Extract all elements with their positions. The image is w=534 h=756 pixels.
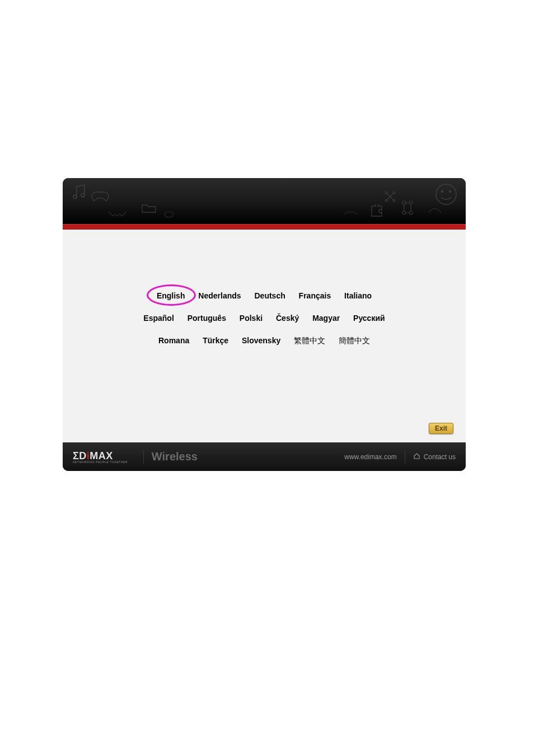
svg-point-9 [402,211,406,214]
molecule-icon [384,190,396,203]
footer-bar: ΣDiMAX NETWORKING PEOPLE TOGETHER Wirele… [63,442,466,471]
brand-logo: ΣDiMAX NETWORKING PEOPLE TOGETHER [73,450,128,464]
folder-icon [141,203,157,214]
language-label: Magyar [312,314,340,323]
mouse-icon [163,211,175,218]
home-icon [413,452,420,461]
language-espanol[interactable]: Español [143,314,174,323]
exit-button-label: Exit [435,424,447,432]
language-label: Nederlands [198,291,241,300]
language-selector: English Nederlands Deutsch Français Ital… [63,291,466,346]
language-label: Italiano [344,291,372,300]
language-row-1: English Nederlands Deutsch Français Ital… [63,291,466,300]
gamepad-icon [91,190,110,203]
language-turkce[interactable]: Türkçe [203,336,228,345]
language-label: Deutsch [254,291,285,300]
language-label: Romana [158,336,189,345]
language-label: English [157,291,185,300]
language-row-2: Español Português Polski Český Magyar Ру… [63,314,466,323]
svg-point-10 [409,211,413,214]
language-label: Slovensky [242,336,280,345]
svg-point-11 [436,184,456,204]
language-magyar[interactable]: Magyar [312,314,340,323]
smiley-icon [434,183,458,206]
language-italiano[interactable]: Italiano [344,291,372,300]
language-label: Português [188,314,226,323]
footer-divider [143,450,144,464]
language-label: Русский [353,314,385,323]
language-label: Polski [240,314,263,323]
puzzle-icon [369,204,384,218]
product-category: Wireless [152,450,198,463]
divider-red-bar [63,224,466,230]
website-link[interactable]: www.edimax.com [344,453,396,461]
language-romana[interactable]: Romana [158,336,189,345]
language-deutsch[interactable]: Deutsch [254,291,285,300]
language-row-3: Romana Türkçe Slovensky 繁體中文 簡體中文 [63,336,466,346]
brand-tagline: NETWORKING PEOPLE TOGETHER [73,460,128,464]
language-label: Français [299,291,331,300]
installer-window: English Nederlands Deutsch Français Ital… [63,178,466,471]
language-portugues[interactable]: Português [188,314,226,323]
nodes-icon [401,200,414,216]
handshake-icon [106,207,129,220]
svg-point-13 [449,191,451,193]
language-label: 簡體中文 [339,336,370,345]
network-icon [343,209,359,220]
language-russian[interactable]: Русский [353,314,385,323]
svg-point-8 [409,201,413,204]
language-slovensky[interactable]: Slovensky [242,336,280,345]
footer-divider [405,450,405,464]
music-icon [69,183,88,202]
language-simp-chinese[interactable]: 簡體中文 [339,336,370,346]
language-label: Español [143,314,174,323]
svg-point-7 [402,201,406,204]
language-francais[interactable]: Français [299,291,331,300]
svg-point-12 [442,191,443,193]
language-trad-chinese[interactable]: 繁體中文 [294,336,325,346]
language-label: Türkçe [203,336,228,345]
contact-label: Contact us [424,453,456,461]
language-polski[interactable]: Polski [240,314,263,323]
contact-link[interactable]: Contact us [413,452,456,461]
header-bar [63,178,466,224]
cursor-hand-icon [427,205,443,216]
language-nederlands[interactable]: Nederlands [198,291,241,300]
svg-point-2 [165,212,174,217]
language-english[interactable]: English [157,291,185,300]
language-label: Český [276,314,299,323]
content-area: English Nederlands Deutsch Français Ital… [63,230,466,442]
exit-button[interactable]: Exit [429,423,453,434]
language-label: 繁體中文 [294,336,325,345]
language-cesky[interactable]: Český [276,314,299,323]
